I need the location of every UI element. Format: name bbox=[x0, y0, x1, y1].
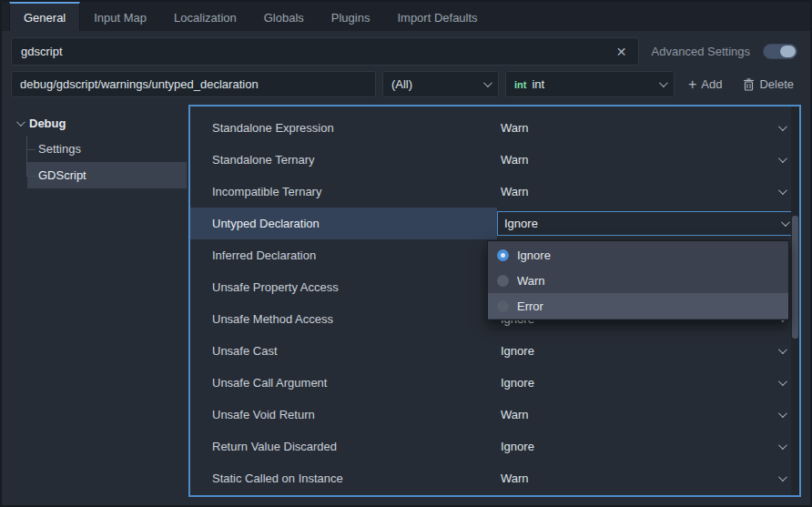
chevron-down-icon bbox=[778, 377, 787, 386]
popup-option-error[interactable]: Error bbox=[488, 293, 788, 319]
chevron-down-icon bbox=[778, 122, 787, 131]
property-path-input[interactable]: debug/gdscript/warnings/untyped_declarat… bbox=[11, 71, 376, 97]
popup-option-warn[interactable]: Warn bbox=[488, 268, 788, 293]
tree-item-settings[interactable]: Settings bbox=[27, 136, 188, 162]
popup-option-label: Error bbox=[517, 299, 543, 313]
setting-row-unsafe-call-argument: Unsafe Call Argument Ignore bbox=[190, 367, 799, 399]
advanced-settings-toggle[interactable] bbox=[763, 44, 797, 59]
open-value-dropdown[interactable]: Ignore bbox=[497, 211, 799, 236]
setting-label: Static Called on Instance bbox=[190, 472, 497, 485]
warning-level-popup: Ignore Warn Error bbox=[487, 240, 789, 320]
tab-plugins[interactable]: Plugins bbox=[318, 2, 384, 31]
chevron-down-icon bbox=[778, 409, 787, 418]
value-dropdown[interactable]: Warn bbox=[497, 185, 799, 198]
add-button[interactable]: + Add bbox=[681, 71, 729, 97]
popup-option-label: Warn bbox=[517, 274, 545, 288]
setting-value: Warn bbox=[501, 121, 529, 135]
property-path-value: debug/gdscript/warnings/untyped_declarat… bbox=[20, 77, 259, 91]
delete-button[interactable]: Delete bbox=[736, 71, 801, 97]
tree-item-gdscript[interactable]: GDScript bbox=[27, 162, 187, 188]
setting-label: Incompatible Ternary bbox=[190, 185, 497, 198]
tab-localization[interactable]: Localization bbox=[160, 2, 250, 31]
type-dropdown[interactable]: int int bbox=[505, 71, 675, 97]
setting-row-unsafe-void-return: Unsafe Void Return Warn bbox=[190, 399, 799, 431]
tree-item-debug[interactable]: Debug bbox=[11, 110, 188, 136]
scrollbar-thumb[interactable] bbox=[792, 216, 798, 339]
tab-general[interactable]: General bbox=[9, 2, 80, 31]
tab-import-defaults[interactable]: Import Defaults bbox=[383, 2, 491, 31]
setting-row-return-value-discarded: Return Value Discarded Ignore bbox=[190, 431, 799, 462]
setting-label: Unsafe Void Return bbox=[190, 408, 497, 421]
popup-option-ignore[interactable]: Ignore bbox=[488, 242, 788, 268]
tree-root-label: Debug bbox=[29, 117, 66, 130]
value-dropdown[interactable]: Ignore bbox=[497, 440, 799, 453]
add-button-label: Add bbox=[701, 77, 722, 91]
vertical-scrollbar[interactable] bbox=[791, 106, 799, 495]
category-tree: Debug Settings GDScript bbox=[11, 105, 188, 497]
editor-settings-window: General Input Map Localization Globals P… bbox=[0, 0, 812, 507]
popup-option-label: Ignore bbox=[517, 248, 551, 262]
value-dropdown[interactable]: Ignore bbox=[497, 376, 799, 390]
value-dropdown[interactable]: Warn bbox=[497, 408, 799, 421]
setting-label: Unsafe Call Argument bbox=[190, 376, 497, 390]
setting-row-incompatible-ternary: Incompatible Ternary Warn bbox=[190, 176, 799, 208]
clear-search-icon[interactable]: ✕ bbox=[614, 45, 629, 59]
tab-globals[interactable]: Globals bbox=[250, 2, 318, 31]
settings-panel: Standalone Expression Warn Standalone Te… bbox=[188, 105, 801, 497]
chevron-down-icon bbox=[659, 78, 668, 87]
setting-row-standalone-expression: Standalone Expression Warn bbox=[190, 112, 799, 144]
chevron-down-icon bbox=[778, 441, 787, 450]
radio-selected-icon bbox=[497, 249, 509, 261]
setting-value: Ignore bbox=[501, 376, 534, 390]
tab-input-map[interactable]: Input Map bbox=[80, 2, 160, 31]
search-value: gdscript bbox=[21, 45, 614, 58]
chevron-down-icon bbox=[781, 218, 790, 227]
property-bar: debug/gdscript/warnings/untyped_declarat… bbox=[2, 69, 810, 103]
setting-label: Unsafe Method Access bbox=[190, 312, 497, 326]
type-value: int bbox=[532, 77, 544, 91]
radio-icon bbox=[497, 300, 509, 312]
setting-label: Unsafe Cast bbox=[190, 344, 497, 358]
setting-row-standalone-ternary: Standalone Ternary Warn bbox=[190, 144, 799, 176]
feature-filter-dropdown[interactable]: (All) bbox=[382, 71, 499, 97]
chevron-down-icon bbox=[778, 345, 787, 354]
plus-icon: + bbox=[688, 77, 696, 92]
tree-item-label: GDScript bbox=[38, 168, 86, 182]
value-dropdown[interactable]: Warn bbox=[497, 472, 799, 485]
chevron-down-icon bbox=[778, 472, 787, 482]
tree-item-label: Settings bbox=[38, 142, 81, 156]
setting-row-unsafe-cast: Unsafe Cast Ignore bbox=[190, 335, 799, 367]
toggle-knob bbox=[780, 46, 796, 57]
value-dropdown[interactable]: Warn bbox=[497, 121, 799, 135]
setting-value: Ignore bbox=[504, 217, 538, 230]
setting-value: Ignore bbox=[501, 440, 534, 453]
int-type-icon: int bbox=[514, 79, 526, 90]
chevron-down-icon bbox=[778, 186, 787, 195]
setting-value: Ignore bbox=[501, 344, 534, 358]
chevron-down-icon bbox=[483, 78, 492, 87]
search-row: gdscript ✕ Advanced Settings bbox=[2, 31, 810, 69]
setting-row-untyped-declaration: Untyped Declaration Ignore bbox=[190, 208, 799, 239]
main-area: Debug Settings GDScript Standalone Expre… bbox=[11, 105, 801, 497]
search-input[interactable]: gdscript ✕ bbox=[11, 37, 639, 66]
setting-value: Warn bbox=[501, 153, 529, 167]
trash-icon bbox=[743, 78, 755, 91]
settings-tab-bar: General Input Map Localization Globals P… bbox=[2, 2, 810, 31]
setting-value: Warn bbox=[501, 408, 529, 421]
setting-label: Inferred Declaration bbox=[190, 248, 497, 262]
chevron-down-icon bbox=[16, 117, 25, 127]
setting-label: Unsafe Property Access bbox=[190, 280, 497, 294]
advanced-settings-label: Advanced Settings bbox=[652, 45, 750, 58]
value-dropdown[interactable]: Ignore bbox=[497, 344, 799, 358]
feature-filter-value: (All) bbox=[391, 77, 412, 91]
radio-icon bbox=[497, 275, 509, 287]
chevron-down-icon bbox=[778, 154, 787, 163]
value-dropdown[interactable]: Warn bbox=[497, 153, 799, 167]
setting-label: Return Value Discarded bbox=[190, 440, 497, 453]
setting-value: Warn bbox=[501, 185, 529, 198]
setting-label: Untyped Declaration bbox=[190, 217, 497, 230]
delete-button-label: Delete bbox=[759, 77, 794, 91]
setting-value: Warn bbox=[501, 472, 529, 485]
setting-label: Standalone Ternary bbox=[190, 153, 497, 167]
setting-label: Standalone Expression bbox=[190, 121, 497, 135]
